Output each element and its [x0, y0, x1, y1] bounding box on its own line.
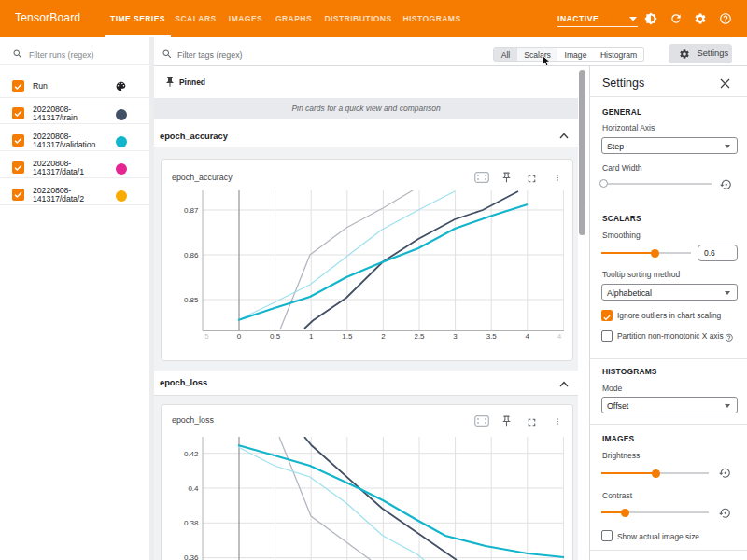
svg-text:0.87: 0.87	[184, 206, 199, 215]
svg-text:2.5: 2.5	[414, 332, 425, 341]
svg-text:0.38: 0.38	[184, 519, 199, 527]
svg-text:0.4: 0.4	[188, 484, 199, 493]
svg-text:2: 2	[381, 332, 386, 341]
svg-text:4: 4	[526, 332, 530, 341]
svg-text:0.36: 0.36	[184, 553, 199, 560]
svg-text:1: 1	[309, 332, 314, 341]
svg-text:3.5: 3.5	[486, 332, 498, 341]
svg-text:0.5: 0.5	[270, 332, 281, 341]
svg-text:0.42: 0.42	[184, 450, 199, 458]
svg-text:1.5: 1.5	[342, 332, 353, 341]
svg-text:3: 3	[453, 332, 458, 341]
svg-text:4: 4	[557, 332, 562, 341]
svg-text:0.85: 0.85	[184, 296, 199, 304]
svg-text:0.86: 0.86	[184, 251, 199, 259]
svg-text:0: 0	[237, 332, 242, 341]
svg-text:5: 5	[204, 332, 209, 341]
